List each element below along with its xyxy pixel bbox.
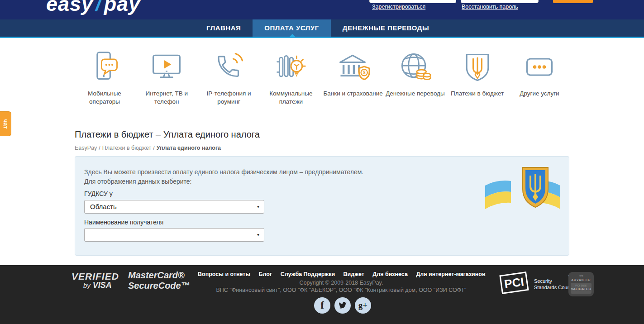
category-money-transfers[interactable]: Денежные переводы — [385, 50, 445, 106]
category-label: IP-телефония и роуминг — [199, 90, 259, 106]
advantio-validated: VALIDATED — [571, 287, 592, 291]
by-visa-text: by VISA — [83, 281, 119, 290]
footer-link-business[interactable]: Для бизнеса — [372, 271, 408, 277]
category-other-services[interactable]: Другие услуги — [510, 50, 569, 106]
verified-by-visa-logo: VERIFIED by VISA — [72, 271, 119, 290]
footer-link-support[interactable]: Служба Поддержки — [281, 271, 335, 277]
bank-shield-icon: $ — [336, 50, 370, 84]
register-link[interactable]: Зарегистрироваться — [372, 4, 425, 10]
copyright-text: Copyright © 2009-2018 EasyPay. — [195, 280, 488, 286]
advantio-validated-band: PCI DSS VALIDATED — [571, 283, 592, 294]
ukraine-flag-emblem-image — [484, 167, 562, 217]
advantio-name: ADVANTIO — [568, 278, 594, 281]
intro-line-2: Для отображения данных выберите: — [84, 177, 363, 186]
social-icons: f g+ — [314, 297, 371, 314]
breadcrumb-separator: / — [153, 145, 154, 151]
chat-side-tab[interactable]: чат — [0, 111, 11, 136]
category-label: Денежные переводы — [385, 90, 445, 98]
utilities-bulb-icon — [274, 50, 308, 84]
nav-tabs: ГЛАВНАЯ ОПЛАТА УСЛУГ ДЕНЕЖНЫЕ ПЕРЕВОДЫ — [195, 19, 441, 37]
category-utilities[interactable]: Коммунальные платежи — [261, 50, 321, 106]
advantio-mark-icon: ≈≈ — [568, 274, 594, 278]
more-dots-icon — [522, 50, 557, 84]
service-categories: Мобильные операторы Интернет, ТВ и телеф… — [75, 50, 569, 106]
svg-text:$: $ — [363, 70, 366, 75]
phone-signal-icon — [212, 50, 246, 84]
login-input[interactable] — [369, 0, 456, 3]
footer: VERIFIED by VISA MasterCard® SecureCode™… — [0, 265, 644, 324]
footer-link-widget[interactable]: Виджет — [343, 271, 364, 277]
top-header: easy/pay Зарегистрироваться Восстановить… — [0, 0, 644, 19]
visa-text: VISA — [93, 281, 112, 290]
category-internet-tv-phone[interactable]: Интернет, ТВ и телефон — [137, 50, 196, 106]
region-select[interactable]: Область ▾ — [84, 200, 264, 214]
footer-links: Вопросы и ответы Блог Служба Поддержки В… — [195, 270, 488, 278]
category-label: Банки и страхование — [323, 90, 383, 98]
easypay-logo[interactable]: easy/pay — [46, 0, 140, 16]
page-title: Платежи в бюджет – Уплата единого налога — [75, 129, 260, 140]
tab-main[interactable]: ГЛАВНАЯ — [195, 19, 253, 37]
smartphone-chat-icon — [87, 50, 122, 84]
breadcrumb-separator: / — [99, 145, 100, 151]
recipient-label: Наименование получателя — [84, 219, 163, 226]
twitter-icon[interactable] — [334, 297, 351, 314]
region-select-value: Область — [90, 203, 117, 210]
twitter-bird-glyph — [338, 302, 347, 310]
category-budget-payments[interactable]: Платежи в бюджет — [448, 50, 507, 106]
footer-link-eshops[interactable]: Для интернет-магазинов — [416, 271, 485, 277]
companies-text: ВПС "Финансовый свит", ООО "ФК "АБЕКОР",… — [172, 287, 510, 293]
tab-money-transfers[interactable]: ДЕНЕЖНЫЕ ПЕРЕВОДЫ — [331, 19, 441, 37]
pci-ssc-logo: PCI Security Standards Council ™ — [501, 272, 573, 295]
mastercard-text: MasterCard® — [128, 270, 190, 281]
logo-easy: easy — [46, 0, 93, 15]
tv-play-icon — [149, 50, 184, 84]
chevron-down-icon: ▾ — [257, 200, 259, 213]
login-button[interactable] — [553, 0, 593, 3]
category-ip-telephony[interactable]: IP-телефония и роуминг — [199, 50, 259, 106]
google-plus-glyph: g+ — [358, 300, 367, 310]
advantio-pci-badge: ≈≈ ADVANTIO PCI DSS VALIDATED — [568, 272, 594, 296]
by-text: by — [83, 281, 91, 289]
advantio-pcidss: PCI DSS — [571, 283, 592, 287]
globe-coins-icon — [398, 50, 432, 84]
category-mobile-operators[interactable]: Мобильные операторы — [75, 50, 134, 106]
category-label: Платежи в бюджет — [448, 90, 507, 98]
breadcrumb-easypay[interactable]: EasyPay — [75, 145, 97, 151]
footer-link-blog[interactable]: Блог — [259, 271, 272, 277]
breadcrumb-budget-payments[interactable]: Платежи в бюджет — [102, 145, 151, 151]
password-input[interactable] — [461, 0, 539, 3]
chevron-down-icon: ▾ — [257, 229, 259, 241]
nav-accent-line — [0, 37, 644, 38]
panel-intro-text: Здесь Вы можете произвести оплату единог… — [84, 167, 363, 186]
category-label: Мобильные операторы — [75, 90, 134, 106]
facebook-glyph: f — [320, 300, 324, 311]
recover-password-link[interactable]: Восстановить пароль — [462, 4, 518, 10]
chat-label: чат — [2, 119, 9, 129]
trident-shield-icon — [460, 50, 495, 84]
footer-link-faq[interactable]: Вопросы и ответы — [198, 271, 250, 277]
pci-mark: PCI — [499, 272, 529, 294]
payment-form-panel: Здесь Вы можете произвести оплату единог… — [75, 156, 569, 256]
category-banks-insurance[interactable]: $ Банки и страхование — [323, 50, 383, 106]
breadcrumb: EasyPay/Платежи в бюджет/Уплата единого … — [75, 145, 221, 151]
google-plus-icon[interactable]: g+ — [355, 297, 371, 314]
facebook-icon[interactable]: f — [314, 297, 330, 314]
recipient-select[interactable]: ▾ — [84, 228, 264, 242]
intro-line-1: Здесь Вы можете произвести оплату единог… — [84, 167, 363, 177]
active-tab-pointer-icon — [290, 34, 295, 37]
logo-pay: pay — [104, 0, 141, 15]
category-label: Коммунальные платежи — [261, 90, 321, 106]
breadcrumb-current: Уплата единого налога — [157, 145, 221, 151]
category-label: Другие услуги — [510, 90, 569, 98]
gudksu-label: ГУДКСУ у — [84, 190, 113, 197]
logo-slash-icon: / — [93, 0, 104, 15]
main-nav: ГЛАВНАЯ ОПЛАТА УСЛУГ ДЕНЕЖНЫЕ ПЕРЕВОДЫ — [0, 19, 644, 38]
category-label: Интернет, ТВ и телефон — [137, 90, 196, 106]
